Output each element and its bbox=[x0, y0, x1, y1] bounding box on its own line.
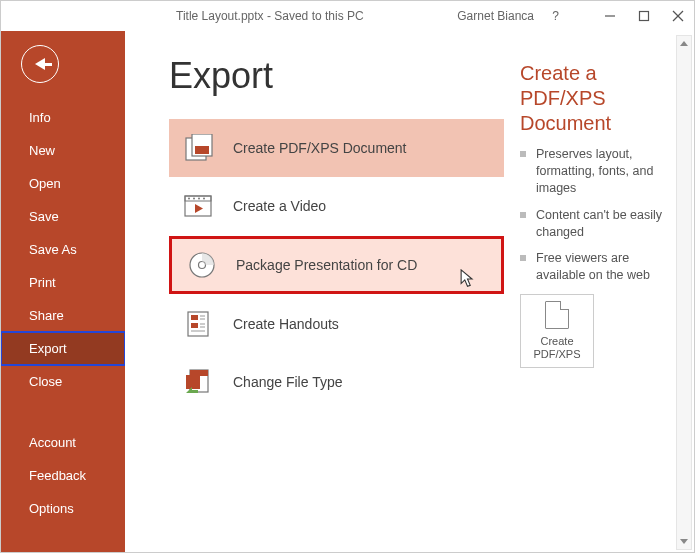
create-pdf-xps-button[interactable]: Create PDF/XPS bbox=[520, 294, 594, 368]
backstage-sidebar: Info New Open Save Save As Print Share E… bbox=[1, 31, 125, 553]
page-title: Export bbox=[169, 55, 504, 97]
svg-rect-6 bbox=[195, 146, 209, 154]
pdf-xps-icon bbox=[183, 132, 215, 164]
svg-point-11 bbox=[198, 198, 200, 200]
sidebar-item-account[interactable]: Account bbox=[1, 426, 125, 459]
svg-point-12 bbox=[203, 198, 205, 200]
user-name: Garnet Bianca bbox=[457, 9, 534, 23]
export-option-pdf-xps[interactable]: Create PDF/XPS Document bbox=[169, 119, 504, 177]
cursor-icon bbox=[460, 269, 475, 293]
info-bullet: Content can't be easily changed bbox=[536, 207, 664, 241]
svg-rect-25 bbox=[186, 375, 200, 389]
svg-rect-17 bbox=[191, 315, 198, 320]
export-option-label: Change File Type bbox=[233, 374, 342, 390]
export-option-label: Create a Video bbox=[233, 198, 326, 214]
create-button-label: Create PDF/XPS bbox=[521, 335, 593, 361]
vertical-scrollbar[interactable] bbox=[676, 35, 692, 550]
export-option-change-type[interactable]: Change File Type bbox=[169, 353, 504, 411]
sidebar-item-close[interactable]: Close bbox=[1, 365, 125, 398]
sidebar-item-print[interactable]: Print bbox=[1, 266, 125, 299]
cd-package-icon bbox=[186, 249, 218, 281]
minimize-button[interactable] bbox=[604, 10, 616, 22]
export-option-video[interactable]: Create a Video bbox=[169, 177, 504, 235]
help-button[interactable]: ? bbox=[552, 9, 559, 23]
export-option-label: Package Presentation for CD bbox=[236, 257, 417, 273]
scroll-up-icon[interactable] bbox=[680, 41, 688, 46]
info-panel-title: Create a PDF/XPS Document bbox=[520, 61, 664, 136]
file-icon bbox=[545, 301, 569, 329]
export-option-handouts[interactable]: Create Handouts bbox=[169, 295, 504, 353]
sidebar-item-share[interactable]: Share bbox=[1, 299, 125, 332]
svg-rect-20 bbox=[191, 323, 198, 328]
back-button[interactable] bbox=[21, 45, 59, 83]
bullet-icon bbox=[520, 151, 526, 157]
info-panel: Create a PDF/XPS Document Preserves layo… bbox=[520, 51, 670, 553]
video-icon bbox=[183, 190, 215, 222]
sidebar-item-export[interactable]: Export bbox=[1, 332, 125, 365]
sidebar-item-new[interactable]: New bbox=[1, 134, 125, 167]
scroll-down-icon[interactable] bbox=[680, 539, 688, 544]
svg-point-10 bbox=[193, 198, 195, 200]
back-arrow-icon bbox=[35, 58, 45, 70]
change-type-icon bbox=[183, 366, 215, 398]
svg-point-15 bbox=[199, 262, 206, 269]
maximize-button[interactable] bbox=[638, 10, 650, 22]
sidebar-item-feedback[interactable]: Feedback bbox=[1, 459, 125, 492]
sidebar-item-options[interactable]: Options bbox=[1, 492, 125, 525]
info-bullet: Free viewers are available on the web bbox=[536, 250, 664, 284]
sidebar-item-open[interactable]: Open bbox=[1, 167, 125, 200]
sidebar-item-save-as[interactable]: Save As bbox=[1, 233, 125, 266]
export-option-label: Create PDF/XPS Document bbox=[233, 140, 407, 156]
svg-rect-1 bbox=[640, 12, 649, 21]
bullet-icon bbox=[520, 212, 526, 218]
file-title: Title Layout.pptx - Saved to this PC bbox=[176, 9, 364, 23]
export-option-package-cd[interactable]: Package Presentation for CD bbox=[169, 236, 504, 294]
handouts-icon bbox=[183, 308, 215, 340]
sidebar-item-save[interactable]: Save bbox=[1, 200, 125, 233]
bullet-icon bbox=[520, 255, 526, 261]
info-bullet: Preserves layout, formatting, fonts, and… bbox=[536, 146, 664, 197]
export-option-label: Create Handouts bbox=[233, 316, 339, 332]
sidebar-item-info[interactable]: Info bbox=[1, 101, 125, 134]
svg-point-9 bbox=[188, 198, 190, 200]
close-button[interactable] bbox=[672, 10, 684, 22]
svg-rect-26 bbox=[190, 370, 208, 376]
